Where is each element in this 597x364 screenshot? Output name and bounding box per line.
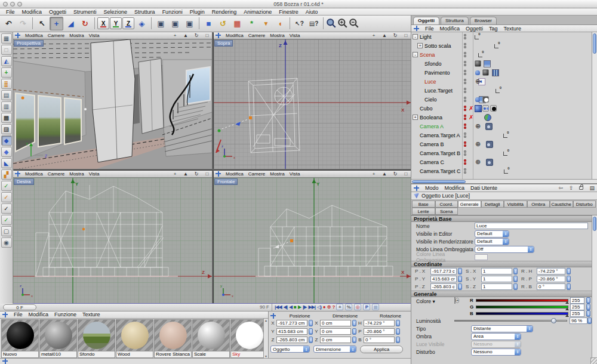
scale-tool-icon[interactable]: ◢ [64, 17, 78, 30]
attributes-vertical-scrollbar[interactable] [592, 215, 597, 364]
sz-field[interactable]: 1 [481, 283, 512, 290]
phong-tag-icon[interactable] [482, 105, 489, 112]
applica-button[interactable]: Applica [360, 346, 403, 353]
target-tag-icon[interactable] [475, 123, 481, 129]
render-active-icon[interactable]: ▣ [168, 17, 182, 30]
viewport-handle-icon[interactable] [15, 171, 20, 177]
vp-menu-mostra[interactable]: Mostra [69, 171, 84, 177]
menu-plugin[interactable]: Plugin [190, 9, 205, 15]
points-mode-icon[interactable]: ⣿ [1, 79, 12, 89]
menu-finestre[interactable]: Finestre [279, 9, 298, 15]
lock-y-axis-button[interactable]: Y [110, 17, 122, 29]
mat-menu-modifica[interactable]: Modifica [29, 311, 49, 317]
viewport-handle-icon[interactable] [15, 33, 20, 38]
visibility-dots[interactable] [464, 115, 466, 120]
target-tag-icon[interactable] [475, 141, 481, 147]
kinematics-tool-icon[interactable]: ◣ [1, 158, 12, 168]
tree-item-sotto-scala[interactable]: + Sotto scala [411, 41, 597, 50]
tree-item-scena[interactable]: - Scena [411, 50, 597, 59]
scroll-up-icon[interactable]: ▲ [264, 319, 267, 322]
viewport-handle-icon[interactable] [216, 33, 221, 38]
menu-file[interactable]: File [6, 9, 15, 15]
viewport-prospettiva[interactable]: Modifica Camere Mostra Vista + ▲ ↻ □ Pro… [13, 32, 212, 169]
dim-z-field[interactable]: 0 cm [320, 337, 351, 343]
viewport-label-frontale[interactable]: Frontale [214, 178, 238, 185]
rotate-tool-icon[interactable]: ↻ [78, 17, 92, 30]
tab-disturbo[interactable]: Disturbo [573, 200, 596, 208]
pos-z-field[interactable]: -265.803 cm [276, 337, 307, 343]
tree-item-cubo[interactable]: Cubo ✗ [411, 104, 597, 113]
vp-menu-vista[interactable]: Vista [290, 33, 300, 38]
tree-item-light[interactable]: - Light [411, 32, 597, 41]
layout-icon[interactable]: ▤ [589, 185, 595, 191]
zoom-out-icon[interactable] [349, 18, 359, 29]
menu-funzioni[interactable]: Funzioni [162, 9, 183, 15]
disturbo-dropdown[interactable]: Nessuno⇕ [471, 348, 521, 356]
anim-help-icon[interactable]: ? [332, 304, 334, 310]
material-item[interactable]: Wood [116, 319, 153, 358]
visibility-dots[interactable] [464, 88, 466, 93]
material-tag-icon[interactable] [475, 69, 481, 76]
channel-r-slider[interactable] [476, 299, 568, 302]
texture-tag-icon[interactable] [482, 69, 489, 76]
expand-toggle-icon[interactable]: - [413, 34, 418, 39]
rotate-view-icon[interactable]: ↻ [392, 33, 398, 38]
tab-dettagli[interactable]: Dettagli [481, 200, 504, 208]
dolly-view-icon[interactable]: ▲ [183, 33, 189, 38]
go-end-button[interactable]: ▶▶| [308, 304, 315, 310]
expand-toggle-icon[interactable]: - [413, 52, 418, 57]
page-tool-icon[interactable]: ▢ [1, 226, 12, 236]
stepper-icon[interactable]: ⇕ [352, 320, 356, 326]
tab-browser[interactable]: Browser [470, 17, 497, 24]
menu-oggetti[interactable]: Oggetti [49, 9, 66, 15]
current-frame-handle[interactable]: 0 F [3, 304, 36, 310]
sopra-canvas[interactable]: Z X [214, 39, 411, 169]
material-item[interactable]: Rovere Sbianca [154, 319, 192, 358]
tree-item-camera-c[interactable]: Camera C [411, 158, 597, 166]
visibility-dots[interactable] [464, 106, 466, 111]
stepper-icon[interactable]: ⇕ [458, 268, 462, 274]
tree-item-luce-target[interactable]: Luce.Target [411, 86, 597, 95]
texture-tag-icon[interactable] [475, 60, 481, 67]
texture-mode-icon[interactable]: ▩ [1, 113, 12, 123]
material-item[interactable]: Nuovo [1, 319, 39, 358]
channel-r-value[interactable]: 255 [570, 297, 584, 304]
dimensione-dropdown[interactable]: Dimensione⇕ [313, 346, 356, 353]
dim-y-field[interactable]: 0 cm [320, 328, 351, 335]
coordinate-system-icon[interactable]: ◈ [135, 17, 149, 30]
timeline-track[interactable]: 0 F 90 F [0, 304, 272, 311]
material-tag-icon[interactable] [475, 105, 481, 112]
visibility-dots[interactable] [464, 159, 466, 165]
target-tag-icon[interactable] [475, 78, 481, 85]
stepper-icon[interactable]: ⇕ [352, 328, 356, 335]
stepper-icon[interactable]: ⇕ [513, 283, 518, 290]
dots-tool-icon[interactable]: ▞ [1, 169, 12, 180]
modo-linea-dropdown[interactable]: Off⇕ [475, 246, 534, 253]
tab-scena[interactable]: Scena [435, 208, 458, 215]
nome-field[interactable]: Luce [475, 223, 588, 229]
select-tool-icon[interactable]: ↖ [35, 17, 49, 30]
snap-target-toggle[interactable]: ◎ [354, 304, 361, 310]
tree-item-camera-b[interactable]: Camera B [411, 140, 597, 149]
play-backward-button[interactable]: ◀ [289, 304, 292, 310]
model-mode-icon[interactable]: □ [1, 45, 12, 55]
tab-oggetti[interactable]: Oggetti [413, 17, 439, 24]
am-menu-modo[interactable]: Modo [425, 185, 439, 191]
visibility-dots[interactable] [464, 61, 466, 66]
window-resize-grip[interactable] [590, 357, 597, 364]
tree-vertical-scrollbar[interactable] [592, 32, 597, 179]
visibility-dots[interactable] [464, 34, 466, 39]
stepper-icon[interactable]: ⇕ [567, 283, 571, 290]
status-handle-icon[interactable] [2, 359, 8, 364]
zoom-view-icon[interactable] [326, 18, 337, 29]
tab-ombra[interactable]: Ombra [527, 200, 550, 208]
menu-modifica[interactable]: Modifica [22, 9, 42, 15]
step-forward-button[interactable]: |▶ [303, 304, 306, 310]
slider-knob[interactable] [551, 318, 556, 323]
tipo-dropdown[interactable]: Distante⇕ [471, 325, 533, 332]
check-orange-icon[interactable]: ✓ [1, 192, 12, 202]
tree-item-booleana[interactable]: + Booleana ✗ [411, 113, 597, 122]
visibility-dots[interactable] [464, 168, 466, 174]
vp-menu-camere[interactable]: Camere [48, 33, 64, 38]
tab-base[interactable]: Base [412, 200, 435, 208]
